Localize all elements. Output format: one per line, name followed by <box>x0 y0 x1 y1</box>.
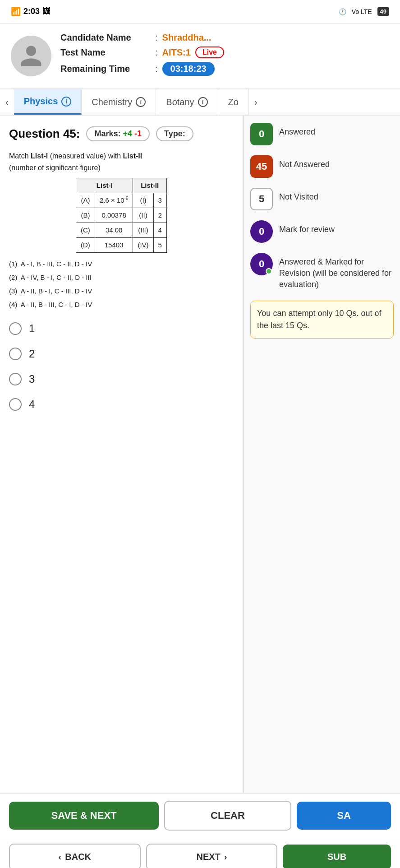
time-label: Remaining Time <box>60 64 151 74</box>
candidate-label: Candidate Name <box>60 32 151 43</box>
avatar <box>11 36 51 76</box>
header-info: Candidate Name : Shraddha... Test Name :… <box>60 32 389 79</box>
tab-physics-info[interactable]: i <box>61 97 71 107</box>
tab-zo[interactable]: Zo <box>218 89 249 115</box>
choice-1[interactable]: 1 <box>9 322 234 335</box>
back-button[interactable]: ‹ BACK <box>9 844 141 868</box>
option-1: (1) A - I, B - III, C - II, D - IV <box>9 257 234 271</box>
photo-icon: 🖼 <box>42 7 51 16</box>
legend-not-answered: 45 Not Answered <box>250 155 394 178</box>
list-ii-header: List-II <box>133 178 167 193</box>
type-label: Type: <box>164 129 185 138</box>
tab-botany-info[interactable]: i <box>198 97 208 107</box>
status-left: 📶 2:03 🖼 <box>11 7 51 17</box>
signal-icon: 📶 <box>11 7 21 17</box>
back-label: BACK <box>65 852 91 862</box>
radio-circle-1[interactable] <box>9 322 22 335</box>
choice-label-2: 2 <box>29 348 35 360</box>
next-button[interactable]: NEXT › <box>146 844 278 868</box>
tab-physics[interactable]: Physics i <box>14 89 82 115</box>
tab-chemistry-info[interactable]: i <box>136 97 146 107</box>
legend-answered: 0 Answered <box>250 123 394 145</box>
tab-botany-label: Botany <box>166 97 194 107</box>
table-row: (C) 34.00 (III) 4 <box>76 223 167 238</box>
next-arrow-icon: › <box>224 852 227 862</box>
battery-indicator: 49 <box>377 7 389 16</box>
tab-chemistry-label: Chemistry <box>92 97 132 107</box>
choice-4[interactable]: 4 <box>9 398 234 411</box>
option-4: (4) A - II, B - III, C - I, D - IV <box>9 298 234 311</box>
marks-neg: -1 <box>134 129 142 138</box>
match-table: List-I List-II (A) 2.6 × 10-6 (I) 3 (B) … <box>76 178 167 253</box>
option-3: (3) A - II, B - I, C - III, D - IV <box>9 284 234 298</box>
tab-physics-label: Physics <box>24 96 58 107</box>
table-row: (A) 2.6 × 10-6 (I) 3 <box>76 193 167 208</box>
list-i-header: List-I <box>76 178 133 193</box>
bottom-buttons: SAVE & NEXT CLEAR SA <box>0 793 400 838</box>
answered-marked-label: Answered & Marked for Revision (will be … <box>279 253 394 291</box>
subject-tabs: ‹ Physics i Chemistry i Botany i Zo › <box>0 89 400 116</box>
mark-review-badge: 0 <box>250 220 273 243</box>
radio-circle-4[interactable] <box>9 398 22 411</box>
test-label: Test Name <box>60 47 151 58</box>
mark-review-label: Mark for review <box>279 220 335 235</box>
radio-circle-2[interactable] <box>9 348 22 360</box>
question-title: Question 45: <box>9 127 80 141</box>
radio-circle-3[interactable] <box>9 373 22 385</box>
choice-label-1: 1 <box>29 322 35 335</box>
question-panel: Question 45: Marks: +4 -1 Type: Match Li… <box>0 116 244 793</box>
header-card: Candidate Name : Shraddha... Test Name :… <box>0 23 400 89</box>
tab-botany[interactable]: Botany i <box>156 89 218 115</box>
question-body: Match List-I (measured value) with List-… <box>9 150 234 311</box>
table-row: (D) 15403 (IV) 5 <box>76 238 167 253</box>
test-value: AITS:1 <box>162 47 191 58</box>
nav-buttons: ‹ BACK NEXT › SUB <box>0 838 400 868</box>
next-label: NEXT <box>196 852 220 862</box>
candidate-value: Shraddha... <box>162 32 211 43</box>
option-2: (2) A - IV, B - I, C - II, D - III <box>9 271 234 284</box>
answered-badge: 0 <box>250 123 273 145</box>
tab-zo-label: Zo <box>228 97 239 107</box>
question-text: Match List-I (measured value) with List-… <box>9 150 234 173</box>
answered-label: Answered <box>279 123 315 138</box>
legend-answered-marked: 0 Answered & Marked for Revision (will b… <box>250 253 394 291</box>
save-next-button[interactable]: SAVE & NEXT <box>9 802 159 830</box>
tooltip-box: You can attempt only 10 Qs. out of the l… <box>250 301 394 339</box>
choice-label-4: 4 <box>29 398 35 411</box>
not-answered-label: Not Answered <box>279 155 330 170</box>
legend-mark-review: 0 Mark for review <box>250 220 394 243</box>
answered-marked-badge: 0 <box>250 253 273 275</box>
save-button[interactable]: SA <box>297 802 391 830</box>
marks-label: Marks: <box>94 129 120 138</box>
question-header: Question 45: Marks: +4 -1 Type: <box>9 126 234 141</box>
main-area: Question 45: Marks: +4 -1 Type: Match Li… <box>0 116 400 793</box>
candidate-row: Candidate Name : Shraddha... <box>60 32 389 43</box>
clear-button[interactable]: CLEAR <box>164 801 291 831</box>
not-visited-label: Not Visited <box>279 188 318 203</box>
green-dot-icon <box>266 268 272 274</box>
test-row: Test Name : AITS:1 Live <box>60 46 389 58</box>
not-answered-badge: 45 <box>250 155 273 178</box>
time-row: Remaining Time : 03:18:23 <box>60 62 389 76</box>
tab-chemistry[interactable]: Chemistry i <box>82 89 156 115</box>
tooltip-text: You can attempt only 10 Qs. out of the l… <box>257 309 382 330</box>
status-bar: 📶 2:03 🖼 🕐 Vo LTE 49 <box>0 0 400 23</box>
marks-pos: +4 <box>123 129 133 138</box>
choice-label-3: 3 <box>29 373 35 385</box>
legend-panel: 0 Answered 45 Not Answered 5 Not Visited… <box>244 116 400 793</box>
choice-3[interactable]: 3 <box>9 373 234 385</box>
time-display: 2:03 <box>23 7 40 16</box>
back-arrow-icon: ‹ <box>59 852 62 862</box>
marks-badge: Marks: +4 -1 <box>86 126 150 141</box>
submit-button[interactable]: SUB <box>283 845 391 868</box>
tab-right-arrow[interactable]: › <box>249 97 263 107</box>
status-right: 🕐 Vo LTE 49 <box>339 7 389 16</box>
choice-2[interactable]: 2 <box>9 348 234 360</box>
clock-icon: 🕐 <box>339 8 346 15</box>
live-badge: Live <box>195 46 224 58</box>
timer-badge: 03:18:23 <box>162 62 215 76</box>
tab-left-arrow[interactable]: ‹ <box>0 97 14 107</box>
options-list: (1) A - I, B - III, C - II, D - IV (2) A… <box>9 257 234 311</box>
signal-lte-icon: Vo LTE <box>352 8 372 15</box>
not-visited-badge: 5 <box>250 188 273 210</box>
